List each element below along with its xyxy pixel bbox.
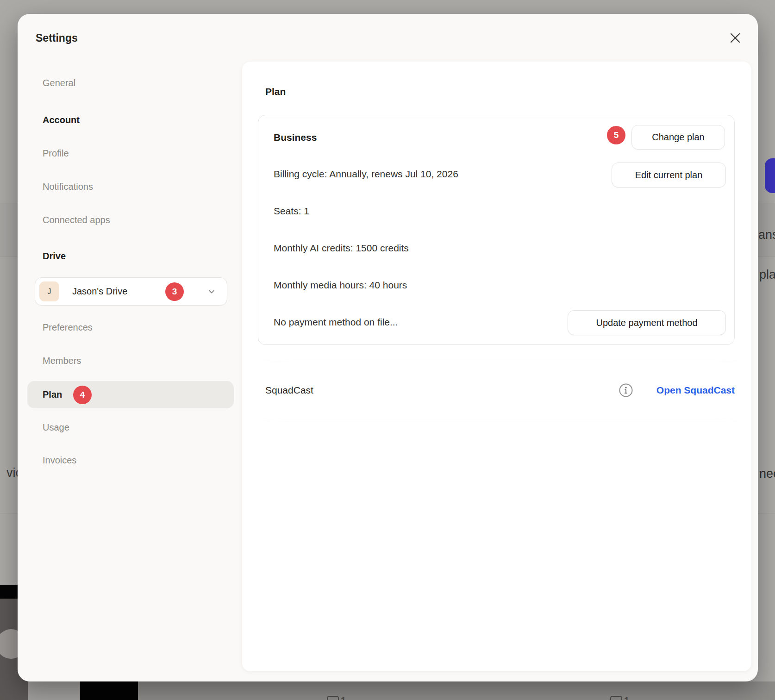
sidebar-item-notifications[interactable]: Notifications [43, 180, 93, 193]
close-icon[interactable] [728, 31, 743, 45]
edit-current-plan-button[interactable]: Edit current plan [612, 162, 726, 188]
screen: ansl pla nee vic 1 1 Settings General Ac… [0, 0, 775, 700]
annotation-badge-3: 3 [165, 282, 184, 301]
open-squadcast-link[interactable]: Open SquadCast [656, 384, 735, 397]
sidebar-item-usage[interactable]: Usage [43, 421, 69, 434]
payment-status-text: No payment method on file... [274, 316, 398, 329]
plan-name: Business [274, 131, 317, 144]
chevron-down-icon [207, 288, 216, 298]
settings-modal: Settings General Account Profile Notific… [18, 14, 758, 681]
panel-divider [262, 421, 740, 421]
sidebar-item-invoices[interactable]: Invoices [43, 454, 76, 467]
drive-name: Jason's Drive [72, 278, 127, 305]
media-hours-text: Monthly media hours: 40 hours [274, 279, 407, 292]
info-icon[interactable] [619, 383, 633, 398]
sidebar-item-preferences[interactable]: Preferences [43, 321, 93, 334]
scene-count-icon: 1 [327, 696, 346, 700]
ai-credits-text: Monthly AI credits: 1500 credits [274, 242, 409, 255]
sidebar-item-members[interactable]: Members [43, 354, 81, 367]
background-primary-button [765, 158, 775, 193]
background-bottom-black-clip [80, 681, 138, 700]
panel-heading: Plan [265, 85, 286, 98]
sidebar-item-plan-selected[interactable]: Plan 4 [27, 381, 234, 408]
background-bottom-segment [28, 681, 79, 700]
annotation-badge-5: 5 [607, 126, 625, 144]
frame-icon [327, 696, 339, 700]
background-text-fragment: pla [759, 268, 775, 282]
change-plan-button[interactable]: Change plan [631, 125, 725, 150]
plan-panel: Plan Business 5 Change plan Billing cycl… [242, 62, 751, 671]
sidebar-item-plan-label: Plan [43, 381, 62, 408]
squadcast-label: SquadCast [265, 384, 313, 397]
background-bottom-strip [28, 681, 775, 700]
annotation-badge-4: 4 [73, 386, 92, 404]
sidebar-section-account: Account [43, 113, 80, 126]
billing-cycle-text: Billing cycle: Annually, renews Jul 10, … [274, 168, 458, 181]
plan-details-card: Business 5 Change plan Billing cycle: An… [258, 115, 735, 345]
sidebar-item-connected-apps[interactable]: Connected apps [43, 213, 110, 226]
sidebar-section-drive: Drive [43, 250, 66, 262]
sidebar-item-general[interactable]: General [43, 76, 75, 89]
seats-text: Seats: 1 [274, 205, 309, 218]
update-payment-method-button[interactable]: Update payment method [568, 310, 726, 335]
modal-title: Settings [36, 31, 78, 45]
drive-selector[interactable]: J Jason's Drive 3 [35, 277, 227, 306]
background-text-fragment: ansl [758, 228, 775, 242]
scene-count-icon: 1 [610, 696, 629, 700]
drive-avatar: J [39, 281, 59, 301]
background-text-fragment: nee [759, 467, 775, 481]
panel-divider [262, 360, 740, 360]
sidebar-item-profile[interactable]: Profile [43, 147, 69, 160]
frame-icon [610, 696, 622, 700]
